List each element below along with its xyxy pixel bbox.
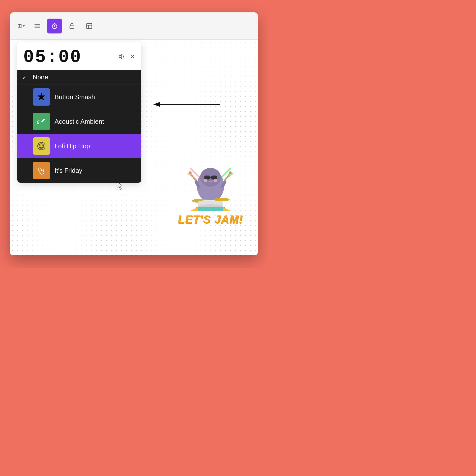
toolbar: ⊞ ▾ — [10, 12, 258, 40]
acoustic-icon — [36, 118, 46, 125]
its-friday-label: It's Friday — [55, 167, 82, 175]
arrow-annotation: ···· — [153, 102, 228, 107]
sound-option-none[interactable]: ✓ None — [17, 70, 141, 85]
volume-icon — [119, 53, 125, 60]
logo-chevron: ▾ — [23, 24, 25, 28]
jam-character-svg — [183, 161, 238, 216]
none-label: None — [33, 73, 48, 81]
lofi-icon — [37, 141, 46, 151]
svg-point-13 — [38, 142, 45, 150]
timer-header: 05:00 — [17, 42, 141, 70]
arrow-head-icon — [153, 102, 160, 107]
lofi-hip-hop-label: Lofi Hip Hop — [55, 142, 90, 150]
timer-popup: 05:00 — [17, 42, 141, 183]
svg-marker-8 — [119, 55, 122, 59]
button-smash-icon — [37, 92, 46, 102]
svg-line-28 — [191, 174, 196, 180]
lock-view-button[interactable] — [64, 19, 79, 33]
timer-display: 05:00 — [23, 47, 82, 67]
app-logo[interactable]: ⊞ ▾ — [17, 23, 25, 29]
svg-point-12 — [37, 122, 39, 124]
svg-line-30 — [225, 174, 230, 180]
svg-marker-38 — [191, 207, 198, 211]
close-icon — [129, 54, 135, 60]
svg-marker-11 — [37, 93, 45, 100]
svg-marker-39 — [223, 207, 230, 211]
svg-point-29 — [189, 171, 192, 174]
sound-option-button-smash[interactable]: Button Smash — [17, 85, 141, 109]
main-content: 05:00 — [10, 40, 258, 255]
jam-text: LET'S JAM! — [178, 213, 243, 226]
close-button[interactable] — [129, 54, 135, 61]
timer-view-button[interactable] — [47, 19, 62, 33]
button-smash-thumb — [33, 88, 50, 106]
svg-point-26 — [204, 179, 208, 182]
arrow-group: ···· — [153, 102, 228, 107]
lofi-thumb — [33, 137, 50, 155]
svg-point-27 — [213, 179, 217, 182]
svg-point-16 — [42, 145, 43, 146]
sound-dropdown: ✓ None Button Smash — [17, 70, 141, 183]
friday-thumb — [33, 162, 50, 179]
svg-point-15 — [39, 145, 41, 146]
jam-illustration: LET'S JAM! — [178, 161, 243, 226]
sound-option-lofi-hip-hop[interactable]: Lofi Hip Hop — [17, 134, 141, 158]
svg-rect-4 — [70, 26, 74, 29]
friday-icon — [37, 166, 46, 175]
button-smash-label: Button Smash — [55, 93, 95, 101]
svg-point-36 — [214, 198, 230, 201]
layout-icon — [86, 23, 93, 30]
acoustic-thumb — [33, 113, 50, 130]
sound-option-acoustic-ambient[interactable]: Acoustic Ambient — [17, 109, 141, 134]
timer-icon — [51, 23, 58, 30]
lock-icon — [68, 23, 75, 30]
app-window: ⊞ ▾ 05:00 — [10, 12, 258, 255]
list-view-button[interactable] — [30, 19, 45, 33]
arrow-dots: ···· — [220, 102, 228, 107]
acoustic-ambient-label: Acoustic Ambient — [55, 118, 104, 125]
logo-icon: ⊞ — [17, 23, 22, 29]
svg-rect-5 — [87, 23, 92, 29]
layout-view-button[interactable] — [82, 19, 97, 33]
list-icon — [34, 23, 41, 30]
svg-point-31 — [229, 171, 232, 174]
svg-rect-23 — [204, 176, 210, 179]
timer-controls — [119, 53, 135, 61]
sound-option-its-friday[interactable]: It's Friday — [17, 158, 141, 183]
svg-rect-24 — [211, 176, 217, 179]
arrow-line — [160, 104, 220, 105]
svg-rect-37 — [196, 207, 225, 211]
volume-button[interactable] — [119, 53, 125, 61]
check-icon: ✓ — [22, 74, 28, 80]
